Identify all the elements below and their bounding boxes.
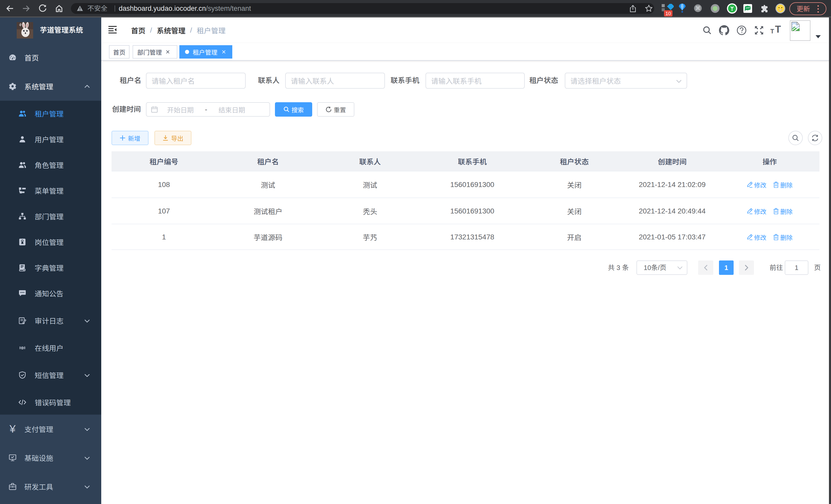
- svg-text:10: 10: [665, 11, 671, 16]
- svg-text:⌘: ⌘: [695, 5, 700, 11]
